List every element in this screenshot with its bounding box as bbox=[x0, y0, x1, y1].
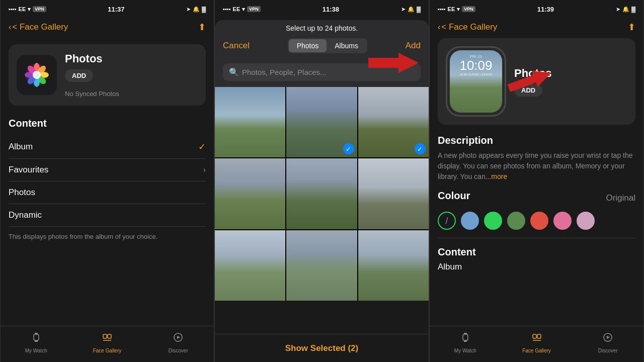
swatch-green-light[interactable] bbox=[484, 212, 502, 230]
signal-icon: ▪▪▪▪ bbox=[9, 6, 17, 12]
photo-cell-7[interactable] bbox=[215, 230, 285, 301]
search-icon: 🔍 bbox=[229, 67, 239, 77]
back-label-3: < Face Gallery bbox=[441, 22, 497, 32]
tab-discover-3[interactable]: Discover bbox=[572, 331, 643, 353]
panel-2: ▪▪▪▪ EE ▾ VPN 11:38 ➤ 🔔 ▓ Select up to 2… bbox=[214, 0, 429, 362]
swatch-red[interactable] bbox=[530, 212, 548, 230]
colour-row: Colour Original bbox=[438, 190, 635, 206]
no-synced-text: No Synced Photos bbox=[65, 90, 119, 98]
album-label: Album bbox=[9, 142, 33, 152]
photos-title-1: Photos bbox=[65, 52, 119, 65]
check-icon-1: ✓ bbox=[343, 143, 354, 154]
status-bar-2: ▪▪▪▪ EE ▾ VPN 11:38 ➤ 🔔 ▓ bbox=[215, 0, 429, 16]
show-selected-bar[interactable]: Show Selected (2) bbox=[215, 334, 429, 362]
photo-cell-9[interactable] bbox=[358, 230, 429, 301]
back-button-3[interactable]: ‹ < Face Gallery bbox=[438, 22, 497, 32]
photo-cell-3[interactable]: ✓ bbox=[358, 87, 429, 157]
album-value-3: Album bbox=[438, 262, 635, 272]
show-selected-text[interactable]: Show Selected (2) bbox=[285, 343, 358, 353]
watch-preview: FRI 23 10:09 16:30 GUITAR LESSON bbox=[446, 46, 506, 117]
description-section: Description A new photo appears every ti… bbox=[438, 135, 635, 182]
photo-cell-8[interactable] bbox=[286, 230, 357, 301]
svg-rect-21 bbox=[464, 333, 467, 334]
dynamic-item[interactable]: Dynamic bbox=[9, 204, 206, 227]
share-button-3[interactable]: ⬆ bbox=[628, 22, 635, 33]
album-item[interactable]: Album ✓ bbox=[9, 135, 206, 159]
watch-time: 10:09 bbox=[454, 59, 498, 72]
svg-rect-13 bbox=[103, 334, 107, 338]
photo-cell-2[interactable]: ✓ bbox=[286, 87, 357, 157]
alarm-icon-2: 🔔 bbox=[408, 6, 415, 13]
svg-rect-24 bbox=[537, 334, 541, 338]
favourites-label: Favourites bbox=[9, 165, 48, 175]
back-button-1[interactable]: ‹ < Face Gallery bbox=[9, 22, 68, 32]
select-instructions: Select up to 24 photos. bbox=[215, 20, 429, 38]
vpn-badge-3: VPN bbox=[462, 6, 475, 12]
status-left-1: ▪▪▪▪ EE ▾ VPN bbox=[9, 6, 46, 13]
vpn-badge-2: VPN bbox=[247, 6, 261, 12]
swatch-original[interactable]: / bbox=[438, 212, 456, 230]
status-bar-1: ▪▪▪▪ EE ▾ VPN 11:37 ➤ 🔔 ▓ bbox=[1, 0, 214, 16]
colour-section: Colour Original / bbox=[438, 190, 635, 230]
description-header: Description bbox=[438, 135, 635, 146]
photo-cell-1[interactable] bbox=[215, 87, 285, 157]
photos-rainbow-icon bbox=[24, 62, 50, 88]
colour-value: Original bbox=[606, 193, 635, 203]
swatch-pink[interactable] bbox=[553, 212, 572, 230]
photos-card-3: FRI 23 10:09 16:30 GUITAR LESSON Photos … bbox=[438, 38, 635, 125]
albums-segment[interactable]: Albums bbox=[327, 39, 366, 52]
slash-icon: / bbox=[445, 216, 448, 226]
more-link[interactable]: ...more bbox=[486, 172, 508, 180]
share-button-1[interactable]: ⬆ bbox=[198, 22, 206, 33]
discover-tab-icon-1 bbox=[172, 331, 184, 346]
photo-cell-6[interactable] bbox=[358, 158, 429, 229]
panel-1: ▪▪▪▪ EE ▾ VPN 11:37 ➤ 🔔 ▓ ‹ < Face Galle… bbox=[0, 0, 214, 362]
photo-cell-4[interactable] bbox=[215, 158, 285, 229]
status-left-3: ▪▪▪▪ EE ▾ VPN bbox=[438, 6, 475, 13]
battery-icon-3: ▓ bbox=[631, 6, 635, 12]
watch-tab-icon-3 bbox=[459, 331, 471, 346]
watch-screen: FRI 23 10:09 16:30 GUITAR LESSON bbox=[450, 50, 502, 113]
carrier-3: EE bbox=[448, 6, 455, 12]
favourites-arrow-icon: › bbox=[203, 165, 206, 174]
status-right-2: ➤ 🔔 ▓ bbox=[401, 6, 421, 13]
swatch-blue[interactable] bbox=[461, 212, 479, 230]
alarm-icon-3: 🔔 bbox=[622, 6, 629, 13]
tab-discover-1[interactable]: Discover bbox=[143, 331, 214, 353]
photo-cell-5[interactable] bbox=[286, 158, 357, 229]
add-button-1[interactable]: ADD bbox=[65, 69, 93, 82]
swatch-mauve[interactable] bbox=[577, 212, 595, 230]
photos-label-1: Photos bbox=[9, 188, 35, 198]
tab-face-gallery-3[interactable]: Face Gallery bbox=[501, 331, 573, 353]
location-icon-3: ➤ bbox=[616, 6, 620, 13]
favourites-item[interactable]: Favourites › bbox=[9, 159, 206, 182]
time-3: 11:39 bbox=[537, 6, 554, 13]
nav-bar-3: ‹ < Face Gallery ⬆ bbox=[430, 16, 643, 38]
cancel-button-2[interactable]: Cancel bbox=[223, 41, 250, 51]
photos-segment[interactable]: Photos bbox=[289, 39, 327, 52]
search-placeholder[interactable]: Photos, People, Places... bbox=[242, 68, 327, 76]
tab-label-watch-3: My Watch bbox=[454, 348, 476, 353]
tab-my-watch-3[interactable]: My Watch bbox=[430, 331, 501, 353]
time-1: 11:37 bbox=[108, 6, 124, 13]
tab-face-gallery-1[interactable]: Face Gallery bbox=[71, 331, 142, 353]
check-icon-2: ✓ bbox=[415, 143, 426, 154]
wifi-icon-2: ▾ bbox=[242, 6, 245, 13]
nav-bar-1: ‹ < Face Gallery ⬆ bbox=[1, 16, 214, 38]
tab-label-discover-3: Discover bbox=[598, 348, 618, 353]
album-check-icon: ✓ bbox=[198, 141, 206, 152]
svg-rect-23 bbox=[533, 334, 536, 338]
chevron-left-icon-3: ‹ bbox=[438, 23, 440, 32]
photos-item[interactable]: Photos bbox=[9, 182, 206, 204]
battery-icon-2: ▓ bbox=[417, 6, 421, 12]
svg-rect-10 bbox=[34, 334, 39, 340]
status-right-3: ➤ 🔔 ▓ bbox=[616, 6, 635, 13]
status-right-1: ➤ 🔔 ▓ bbox=[186, 6, 206, 13]
svg-point-9 bbox=[33, 71, 41, 79]
tab-my-watch-1[interactable]: My Watch bbox=[1, 331, 71, 353]
segment-controls: Photos Albums bbox=[288, 38, 367, 53]
add-button-2[interactable]: Add bbox=[406, 41, 421, 51]
svg-rect-11 bbox=[35, 333, 38, 334]
swatch-green-dark[interactable] bbox=[507, 212, 525, 230]
content-description: This displays photos from the album of y… bbox=[9, 232, 206, 242]
